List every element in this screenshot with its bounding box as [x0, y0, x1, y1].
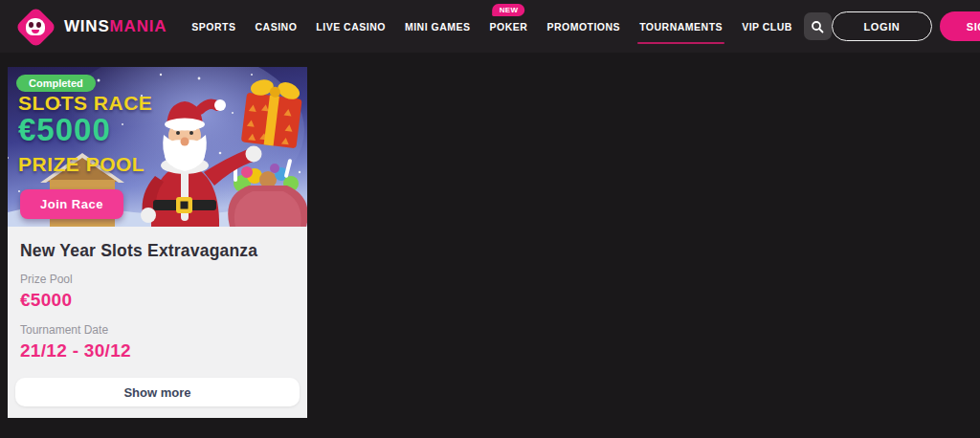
tournaments-page: Completed SLOTS RACE €5000 PRIZE POOL Jo…: [0, 53, 980, 418]
joker-diamond-icon: [14, 6, 56, 48]
nav-item-live-casino[interactable]: LIVE CASINO: [316, 15, 386, 38]
search-button[interactable]: [804, 12, 832, 40]
header: WINSMANIA SPORTS CASINO LIVE CASINO MINI…: [0, 0, 980, 53]
tournament-date-value: 21/12 - 30/12: [15, 339, 300, 362]
nav-item-vip-club[interactable]: VIP CLUB: [742, 15, 792, 38]
show-more-button[interactable]: Show more: [15, 378, 300, 406]
main-nav: SPORTS CASINO LIVE CASINO MINI GAMES NEW…: [191, 15, 792, 38]
nav-item-sports[interactable]: SPORTS: [191, 15, 235, 38]
login-button[interactable]: LOGIN: [832, 11, 932, 41]
nav-item-tournaments[interactable]: TOURNAMENTS: [639, 15, 723, 38]
nav-item-mini-games[interactable]: MINI GAMES: [405, 15, 471, 38]
prize-pool-label: Prize Pool: [15, 273, 300, 286]
nav-item-poker[interactable]: NEW POKER: [490, 15, 528, 38]
brand-wordmark: WINSMANIA: [64, 17, 167, 36]
banner-subline: PRIZE POOL: [18, 153, 145, 176]
nav-item-poker-label: POKER: [490, 21, 528, 33]
new-badge: NEW: [493, 4, 525, 16]
status-badge: Completed: [16, 75, 96, 92]
nav-item-casino[interactable]: CASINO: [256, 15, 298, 38]
tournament-title: New Year Slots Extravaganza: [15, 240, 300, 261]
banner-prize-amount: €5000: [18, 112, 111, 148]
brand-logo[interactable]: WINSMANIA: [14, 6, 167, 48]
brand-first: WINS: [64, 17, 110, 35]
auth-buttons: LOGIN SIGN UP: [832, 11, 980, 41]
signup-button[interactable]: SIGN UP: [940, 11, 980, 41]
brand-second: MANIA: [110, 17, 167, 35]
prize-pool-value: €5000: [15, 289, 300, 312]
tournament-card-body: New Year Slots Extravaganza Prize Pool €…: [8, 227, 307, 418]
tournament-card: Completed SLOTS RACE €5000 PRIZE POOL Jo…: [8, 67, 307, 418]
nav-item-promotions[interactable]: PROMOTIONS: [546, 15, 620, 38]
join-race-button[interactable]: Join Race: [20, 189, 123, 219]
search-icon: [811, 20, 824, 33]
tournament-banner: Completed SLOTS RACE €5000 PRIZE POOL Jo…: [8, 67, 307, 227]
tournament-date-label: Tournament Date: [15, 323, 300, 337]
